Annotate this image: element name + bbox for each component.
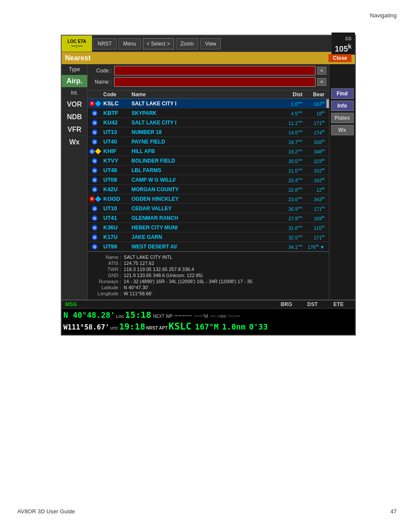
select-button[interactable]: < Select > (143, 38, 174, 49)
airport-name: HILL AFB (130, 148, 276, 154)
code-arrow-button[interactable]: < (317, 67, 326, 75)
gps-coord-w: W111°58.67' (63, 323, 109, 331)
table-row[interactable]: ◎ UT48 LBL FARMS 21.5nm 332M (88, 166, 329, 175)
info-twr-value: 118.3 119.05 132.65 257.8 336.4 (124, 267, 325, 272)
col-header-dist: Dist (276, 91, 302, 98)
airport-code: UT10 (102, 205, 130, 212)
menu-button[interactable]: Menu (118, 38, 141, 49)
view-button[interactable]: View (200, 38, 221, 49)
table-row[interactable]: ◎ UT99 WEST DESERT AI/ 34.1nm 176M ▼ (88, 242, 329, 251)
row-icon-cell: ◎ (88, 234, 102, 240)
table-row[interactable]: ◎ KHIF HILL AFB 19.2nm 348M (88, 147, 329, 156)
status-icon-red: ✕ (89, 196, 95, 202)
airport-bear: 167M (302, 101, 326, 107)
wx-button[interactable]: Wx (331, 125, 354, 135)
col-header-bear: Bear (302, 91, 326, 98)
airport-name: SALT LAKE CITY I (130, 120, 276, 126)
table-row[interactable]: ✕ KOGD OGDEN HINCKLEY 23.6nm 343M (88, 194, 329, 204)
info-name-row: Name : SALT LAKE CITY INTL (91, 255, 325, 260)
airport-name: PAYNE FIELD (130, 139, 276, 145)
sidebar-item-airp[interactable]: Airp. (62, 75, 87, 88)
loc-eta-title: LOC ETA (64, 39, 89, 44)
sidebar-item-vor[interactable]: VOR (62, 98, 87, 111)
table-row[interactable]: ◎ UT40 PAYNE FIELD 18.7nm 328M (88, 137, 329, 147)
airport-code: UT40 (102, 138, 130, 145)
airport-dist: 22.8nm (276, 186, 302, 193)
nearest-title: Nearest (65, 54, 329, 62)
find-button[interactable]: Find (331, 88, 354, 99)
airport-bear: 162M (302, 177, 326, 183)
info-runways-row: Runways : 14 - 32 (4890') 16R - 34L (120… (91, 279, 325, 284)
airport-bear: 171M (302, 206, 326, 212)
name-label: Name : (90, 79, 114, 85)
nearest-header: Nearest Close (62, 52, 355, 64)
name-input[interactable] (114, 77, 315, 87)
info-latitude-label: Latitude : (91, 285, 124, 290)
row-icon-cell: ◎ (88, 177, 102, 183)
status-icon-blue: ◎ (89, 148, 95, 154)
table-row[interactable]: ◎ K17U JAKE GARN 32.5nm 171M (88, 232, 329, 242)
status-icon-blue: ◎ (92, 177, 98, 183)
info-gnd-value: 121.9 133.65 348.6 (Unicom: 122.95) (124, 273, 325, 278)
airport-bear: 171M (302, 120, 326, 126)
airport-name: WEST DESERT AI/ (130, 244, 276, 250)
name-arrow-button[interactable]: < (317, 78, 326, 86)
airport-code: KBTF (102, 110, 130, 116)
airport-dist: 23.6nm (276, 196, 302, 202)
gps-tilde-1: ~~~~~ (174, 312, 192, 319)
main-content: Type Airp. Int. VOR NDB VFR Wx Code : < … (62, 64, 355, 300)
gps-ete-value: 0'33 (249, 322, 268, 331)
device-screen: LOC ETA ~~:~~ NRST Menu < Select > Zoom … (61, 35, 356, 336)
airport-bear: 115M (302, 225, 326, 231)
airport-name: LBL FARMS (130, 167, 276, 173)
diamond-icon-yellow (95, 148, 101, 154)
row-icon-cell: ◎ (88, 215, 102, 221)
page-section-label: Navigating (370, 12, 397, 19)
gps-val-2: ~~.~nm (210, 313, 227, 319)
table-row[interactable]: ◎ KBTF SKYPARK 4.5nm 18M (88, 108, 329, 118)
airport-code: UT99 (102, 243, 130, 250)
status-icon-blue: ◎ (92, 139, 98, 145)
sidebar-item-int[interactable]: Int. (62, 88, 87, 98)
close-button[interactable]: Close (329, 54, 352, 62)
table-row[interactable]: ◎ UT08 CAMP W G WILLI/ 22.4nm 162M (88, 175, 329, 185)
info-name-label: Name : (91, 255, 124, 260)
info-button[interactable]: Info (331, 101, 354, 111)
table-row[interactable]: ◎ K36U HEBER CITY MUNI 31.6nm 115M (88, 223, 329, 232)
table-row[interactable]: ◎ UT10 CEDAR VALLEY 26.9nm 171M (88, 204, 329, 213)
code-input[interactable] (114, 66, 315, 75)
airport-code: UT48 (102, 167, 130, 173)
column-headers: Code Name Dist Bear (88, 91, 329, 99)
sidebar-item-vfr[interactable]: VFR (62, 124, 87, 136)
zoom-button[interactable]: Zoom (176, 38, 199, 49)
status-icon-blue: ◎ (92, 129, 98, 135)
airport-name: BOLINDER FIELD (130, 158, 276, 164)
airport-bear: 223M (302, 158, 326, 164)
table-row[interactable]: ◎ UT13 NUMBER 18 14.5nm 174M (88, 127, 329, 137)
airport-name: MORGAN COUNTY (130, 186, 276, 193)
status-icon-blue: ◎ (92, 158, 98, 164)
plates-button[interactable]: Plates (331, 113, 354, 123)
gps-nrst-apt-label: NRST APT (146, 326, 168, 330)
diamond-icon (95, 100, 101, 106)
ete-label: ETE (325, 301, 352, 307)
table-row[interactable]: ◎ KU42 SALT LAKE CITY I 11.1nm 171M (88, 118, 329, 127)
table-row[interactable]: ◎ UT41 GLENMAR RANCH 27.9nm 169M (88, 213, 329, 223)
airport-name: GLENMAR RANCH (130, 215, 276, 221)
gps-time-1: 15:18 (125, 310, 151, 320)
nrst-button[interactable]: NRST (93, 38, 117, 49)
loc-eta-display: LOC ETA ~~:~~ (62, 36, 92, 52)
airport-dist: 32.5nm (276, 234, 302, 240)
table-row[interactable]: ◎ KTVY BOLINDER FIELD 20.5nm 223M (88, 156, 329, 166)
sidebar-item-type[interactable]: Type (62, 64, 87, 75)
airport-bear: 18M (302, 110, 326, 116)
sidebar-item-ndb[interactable]: NDB (62, 111, 87, 124)
table-row[interactable]: ✕ KSLC SALT LAKE CITY I 1.0nm 167M (88, 99, 329, 108)
table-row[interactable]: ◎ K42U MORGAN COUNTY 22.8nm 12M (88, 185, 329, 194)
airport-code: KU42 (102, 119, 130, 126)
airport-name: OGDEN HINCKLEY (130, 196, 276, 202)
gps-time-2: 19:18 (119, 321, 145, 332)
row-icon-cell: ◎ (88, 129, 102, 135)
sidebar-item-wx[interactable]: Wx (62, 136, 87, 149)
row-icon-cell: ◎ (88, 139, 102, 145)
